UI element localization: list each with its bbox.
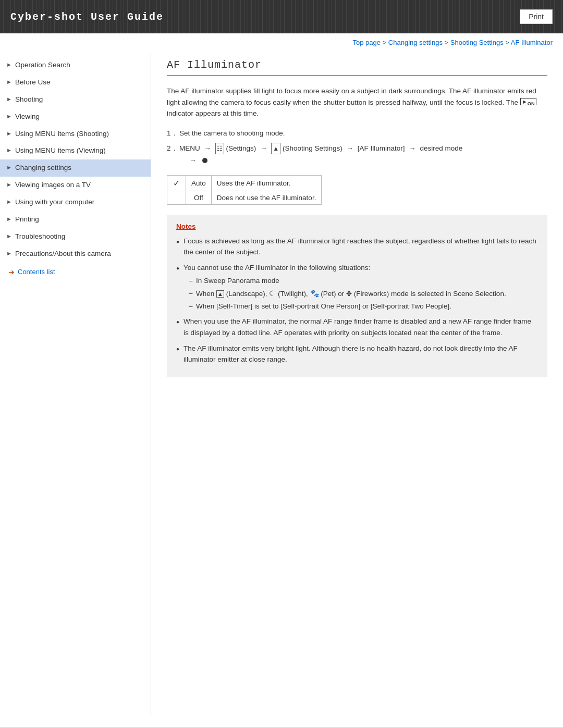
checkmark-icon: ✓ (173, 179, 180, 188)
pet-icon: 🐾 (310, 289, 319, 298)
sidebar-item-using-menu-viewing[interactable]: ► Using MENU items (Viewing) (0, 142, 151, 159)
step-1: 1． Set the camera to shooting mode. (167, 128, 547, 140)
arrow-right-icon: ➔ (8, 268, 15, 276)
arrow-icon: → (260, 143, 267, 155)
table-cell-mode: Auto (186, 175, 212, 191)
breadcrumb-shooting-settings[interactable]: Shooting Settings (450, 39, 504, 46)
header: Cyber-shot User Guide Print (0, 0, 563, 33)
page-layout: ► Operation Search ► Before Use ► Shooti… (0, 52, 563, 717)
sub-list: In Sweep Panorama mode When ▲ (Landscape… (183, 275, 538, 312)
sidebar-item-printing[interactable]: ► Printing (0, 211, 151, 228)
on-indicator-icon: ►ON (520, 98, 536, 105)
sidebar-item-changing-settings[interactable]: ► Changing settings (0, 159, 151, 177)
table-cell-desc: Does not use the AF illuminator. (211, 191, 322, 204)
shooting-settings-icon: ▲ (271, 143, 280, 154)
sidebar-item-shooting[interactable]: ► Shooting (0, 91, 151, 108)
arrow-icon: → (204, 143, 212, 155)
mode-table: ✓ Auto Uses the AF illuminator. Off Does… (167, 175, 322, 205)
notes-list: Focus is achieved as long as the AF illu… (176, 236, 538, 365)
table-row: Off Does not use the AF illuminator. (167, 191, 322, 204)
sidebar-item-using-computer[interactable]: ► Using with your computer (0, 194, 151, 211)
page-title: AF Illuminator (167, 59, 547, 71)
arrow-icon: → (189, 155, 197, 167)
list-item: You cannot use the AF illuminator in the… (176, 262, 538, 312)
list-item: When ▲ (Landscape), ☾ (Twilight), 🐾 (Pet… (189, 288, 538, 300)
chevron-right-icon: ► (6, 216, 12, 222)
chevron-right-icon: ► (6, 250, 12, 256)
print-button[interactable]: Print (520, 9, 553, 24)
list-item: The AF illuminator emits very bright lig… (176, 343, 538, 365)
chevron-right-icon: ► (6, 79, 12, 85)
twilight-icon: ☾ (269, 289, 276, 298)
list-item: When [Self-Timer] is set to [Self-portra… (189, 301, 538, 312)
chevron-right-icon: ► (6, 130, 12, 137)
sidebar-item-precautions[interactable]: ► Precautions/About this camera (0, 245, 151, 263)
app-title: Cyber-shot User Guide (10, 11, 164, 23)
list-item: When you use the AF illuminator, the nor… (176, 316, 538, 338)
table-cell-icon (167, 191, 186, 204)
sidebar-item-operation-search[interactable]: ► Operation Search (0, 57, 151, 74)
sidebar-item-viewing-tv[interactable]: ► Viewing images on a TV (0, 177, 151, 194)
chevron-right-icon: ► (6, 96, 12, 102)
sidebar-item-troubleshooting[interactable]: ► Troubleshooting (0, 228, 151, 245)
breadcrumb-current: AF Illuminator (511, 39, 553, 46)
breadcrumb: Top page > Changing settings > Shooting … (0, 33, 563, 52)
arrow-icon: → (409, 143, 416, 155)
main-content: AF Illuminator The AF illuminator suppli… (151, 52, 563, 717)
chevron-right-icon: ► (6, 113, 12, 119)
list-item: Focus is achieved as long as the AF illu… (176, 236, 538, 258)
table-cell-icon: ✓ (167, 175, 186, 191)
intro-text: The AF illuminator supplies fill light t… (167, 85, 547, 119)
bullet-circle-icon (202, 158, 207, 163)
page-title-section: AF Illuminator (167, 59, 547, 76)
table-cell-desc: Uses the AF illuminator. (211, 175, 322, 191)
list-item: In Sweep Panorama mode (189, 275, 538, 287)
step-2: 2． MENU → ☷ (Settings) → ▲ (Shooting Set… (167, 143, 547, 167)
sidebar-item-using-menu-shooting[interactable]: ► Using MENU items (Shooting) (0, 126, 151, 143)
notes-section: Notes Focus is achieved as long as the A… (167, 215, 547, 377)
settings-icon: ☷ (215, 143, 224, 154)
landscape-icon: ▲ (216, 290, 224, 298)
chevron-right-icon: ► (6, 181, 12, 188)
sidebar-item-before-use[interactable]: ► Before Use (0, 74, 151, 91)
chevron-right-icon: ► (6, 147, 12, 153)
fireworks-icon: ✤ (346, 290, 352, 298)
breadcrumb-changing-settings[interactable]: Changing settings (388, 39, 443, 46)
chevron-right-icon: ► (6, 61, 12, 68)
contents-list-link[interactable]: ➔ Contents list (0, 263, 151, 281)
steps-section: 1． Set the camera to shooting mode. 2． M… (167, 128, 547, 167)
chevron-right-icon: ► (6, 199, 12, 205)
sidebar: ► Operation Search ► Before Use ► Shooti… (0, 52, 151, 717)
table-row: ✓ Auto Uses the AF illuminator. (167, 175, 322, 191)
arrow-icon: → (347, 143, 354, 155)
chevron-right-icon: ► (6, 233, 12, 239)
chevron-right-icon: ► (6, 164, 12, 170)
sidebar-item-viewing[interactable]: ► Viewing (0, 108, 151, 126)
breadcrumb-top-page[interactable]: Top page (353, 39, 381, 46)
table-cell-mode: Off (186, 191, 212, 204)
notes-title: Notes (176, 223, 538, 230)
